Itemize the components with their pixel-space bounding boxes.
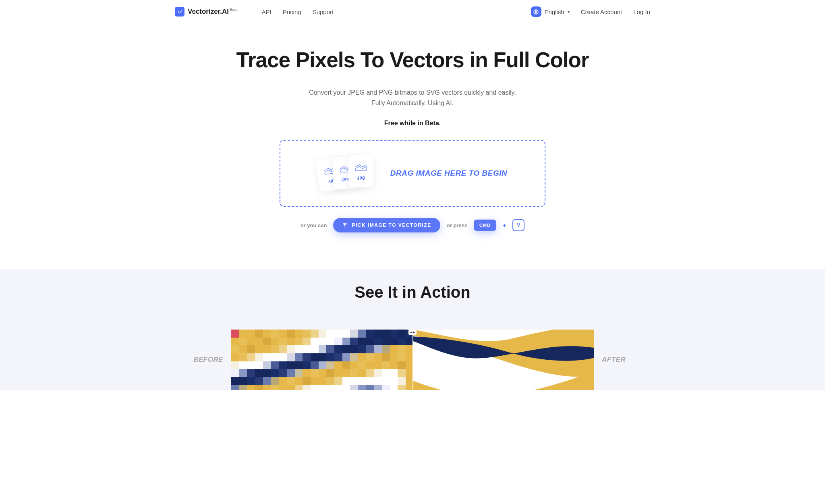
drop-zone-label: DRAG IMAGE HERE TO BEGIN: [390, 169, 507, 178]
drop-zone[interactable]: .gif .png .jpg DRAG IMAGE HERE TO BEGIN: [280, 140, 545, 207]
hero-section: Trace Pixels To Vectors in Full Color Co…: [0, 23, 825, 249]
svg-rect-159: [382, 377, 390, 385]
svg-rect-67: [382, 345, 390, 353]
svg-rect-102: [295, 361, 303, 369]
create-account-link[interactable]: Create Account: [581, 8, 622, 15]
svg-rect-32: [287, 338, 295, 346]
svg-rect-116: [406, 361, 412, 369]
svg-rect-90: [382, 353, 390, 361]
svg-rect-38: [334, 338, 342, 346]
cmd-key-badge: CMD: [474, 220, 496, 231]
svg-rect-108: [342, 361, 350, 369]
v-key-badge: V: [512, 219, 524, 231]
svg-rect-5: [255, 330, 263, 338]
svg-rect-51: [255, 345, 263, 353]
pick-image-button[interactable]: PICK IMAGE TO VECTORIZE: [333, 218, 440, 232]
svg-rect-23: [398, 330, 406, 338]
svg-rect-181: [374, 385, 382, 390]
svg-rect-79: [295, 353, 303, 361]
svg-rect-174: [319, 385, 327, 390]
svg-rect-164: [239, 385, 247, 390]
svg-rect-152: [326, 377, 334, 385]
svg-rect-173: [311, 385, 319, 390]
svg-rect-26: [239, 338, 247, 346]
svg-rect-55: [287, 345, 295, 353]
svg-rect-109: [350, 361, 358, 369]
svg-rect-163: [231, 385, 239, 390]
svg-rect-183: [390, 385, 398, 390]
alt-prefix: or you can: [301, 222, 327, 228]
svg-rect-22: [390, 330, 398, 338]
svg-rect-64: [358, 345, 366, 353]
svg-rect-2: [231, 330, 239, 338]
svg-rect-43: [374, 338, 382, 346]
chevron-down-icon: ▾: [568, 10, 570, 14]
svg-rect-151: [319, 377, 327, 385]
svg-rect-48: [231, 345, 239, 353]
nav-api[interactable]: API: [262, 8, 272, 15]
header-right: English ▾ Create Account Log In: [531, 6, 650, 17]
svg-rect-21: [382, 330, 390, 338]
svg-rect-133: [358, 369, 366, 377]
svg-rect-130: [334, 369, 342, 377]
svg-rect-19: [366, 330, 374, 338]
after-label: AFTER: [602, 356, 634, 364]
svg-rect-68: [390, 345, 398, 353]
svg-rect-99: [271, 361, 279, 369]
compare-image-box: ◀ ▶: [231, 330, 594, 390]
svg-rect-81: [311, 353, 319, 361]
svg-rect-178: [350, 385, 358, 390]
svg-rect-4: [247, 330, 255, 338]
divider-grip-icon[interactable]: ◀ ▶: [408, 330, 417, 335]
svg-rect-112: [374, 361, 382, 369]
svg-rect-139: [406, 369, 412, 377]
svg-rect-82: [319, 353, 327, 361]
svg-rect-37: [326, 338, 334, 346]
svg-rect-93: [406, 353, 412, 361]
svg-rect-150: [311, 377, 319, 385]
beta-notice: Free while in Beta.: [8, 120, 817, 127]
svg-rect-70: [406, 345, 412, 353]
svg-rect-170: [287, 385, 295, 390]
nav-pricing[interactable]: Pricing: [283, 8, 301, 15]
svg-rect-59: [319, 345, 327, 353]
svg-rect-144: [263, 377, 271, 385]
svg-rect-18: [358, 330, 366, 338]
svg-rect-171: [295, 385, 303, 390]
svg-rect-180: [366, 385, 374, 390]
svg-rect-3: [239, 330, 247, 338]
language-selector[interactable]: English ▾: [531, 6, 570, 17]
svg-rect-105: [319, 361, 327, 369]
svg-rect-111: [366, 361, 374, 369]
svg-rect-96: [247, 361, 255, 369]
nav-support[interactable]: Support: [313, 8, 334, 15]
svg-rect-146: [279, 377, 287, 385]
svg-rect-138: [398, 369, 406, 377]
svg-rect-57: [303, 345, 311, 353]
svg-rect-73: [247, 353, 255, 361]
svg-rect-63: [350, 345, 358, 353]
svg-rect-49: [239, 345, 247, 353]
language-label: English: [545, 8, 564, 15]
svg-rect-95: [239, 361, 247, 369]
svg-rect-33: [295, 338, 303, 346]
svg-rect-167: [263, 385, 271, 390]
svg-rect-62: [342, 345, 350, 353]
svg-rect-34: [303, 338, 311, 346]
svg-rect-71: [231, 353, 239, 361]
svg-rect-12: [311, 330, 319, 338]
svg-rect-94: [231, 361, 239, 369]
press-prefix: or press: [447, 222, 467, 228]
login-link[interactable]: Log In: [633, 8, 650, 15]
svg-rect-155: [350, 377, 358, 385]
svg-rect-119: [247, 369, 255, 377]
svg-rect-123: [279, 369, 287, 377]
logo[interactable]: Vectorizer.AIBeta: [175, 7, 238, 17]
compare-divider[interactable]: [412, 330, 413, 390]
svg-rect-120: [255, 369, 263, 377]
svg-rect-140: [231, 377, 239, 385]
svg-rect-97: [255, 361, 263, 369]
svg-rect-86: [350, 353, 358, 361]
svg-rect-66: [374, 345, 382, 353]
svg-rect-175: [326, 385, 334, 390]
